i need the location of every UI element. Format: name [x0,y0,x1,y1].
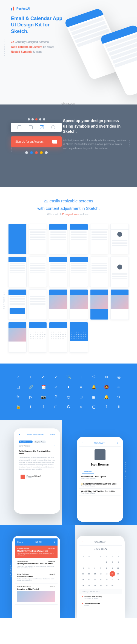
send-icon: ✈ [16,394,21,399]
calendar-day[interactable]: 25 [81,583,86,588]
calendar-day[interactable]: 30 [110,583,115,588]
calendar-day[interactable]: 6 [92,565,98,571]
calendar-day[interactable]: 23 [110,577,115,582]
palette-dot[interactable] [45,151,48,154]
back-icon[interactable]: ‹ [82,541,82,543]
mockups-section: ✕ NEW MESSAGE Send Scott BowmanSophie Pe… [0,420,137,525]
calendar-day[interactable]: 29 [104,583,109,588]
contact-mail-item[interactable]: Enlightenment Is Not Just One StateFrom … [79,481,121,489]
attachment[interactable]: Meaning of Life.pdf5.2 Mb [19,473,55,481]
screen-thumbnails: 1234567891011121314151617181920212223242… [8,224,129,353]
calendar-day[interactable]: 9 [110,565,115,571]
calendar-day[interactable]: 13 [92,571,98,576]
bell-ring-icon: 🔔 [104,394,109,399]
search-icon[interactable]: ⚲ [54,541,55,543]
palette-dot[interactable] [30,151,33,154]
menu-button[interactable]: Menu [17,541,23,543]
signup-button[interactable]: Sign Up for an Account [11,136,62,147]
inbox-item[interactable]: Scott BowmanYesterday★ Enlightenment Is … [15,558,58,571]
share-icon[interactable]: ⇪ [116,442,118,444]
mail-icon: ✉ [104,375,109,379]
heart-icon: ♡ [91,375,96,379]
calendar-event[interactable]: Conference call withAll day [79,601,122,608]
screen-thumb-image [8,322,27,353]
calendar-day[interactable]: 12 [86,571,92,576]
body-textarea[interactable]: There are many paths to enlightenment. B… [19,456,55,470]
inbox-header: Menu INBOX ⚲ [15,538,58,546]
calendar-day[interactable]: 19 [86,577,92,582]
screen-thumb-image [110,289,129,320]
back-icon[interactable]: ‹ [82,442,82,444]
calendar-day[interactable]: 5 [86,565,92,571]
screens-title-2: with content adjustment in Sketch. [8,205,129,211]
calendar-grid[interactable]: SMTWTFS123456789101112131415161718192021… [79,552,122,589]
link-icon: 🔗 [28,384,33,389]
calendar-day[interactable]: 1 [104,560,109,565]
subject-field[interactable]: Enlightenment Is Not Just One State [19,450,55,455]
upload-icon: ⇧ [116,404,121,409]
arrow-down-icon: ↓ [79,375,84,379]
bell-icon: 🔔 [91,384,96,389]
lock-icon: 🔒 [16,404,21,409]
to-field[interactable]: Scott BowmanSophie Peck [19,441,55,443]
calendar-day[interactable]: 8 [104,565,109,571]
twitter-icon: t [28,404,33,409]
screen-thumb-cal-week: 1234567891011121314151617181920212223242… [49,322,67,353]
screen-thumb-cal-month: 1234567891011121314151617181920212223242… [29,322,47,353]
calendar-month: ◂ June 2017 ▸ [79,546,122,552]
calendar-day[interactable]: 18 [81,577,86,582]
calendar-day[interactable]: 24 [116,577,121,582]
google-icon: G [66,404,71,409]
calendar-icon: ▦ [91,394,96,399]
from-field[interactable]: Sofia Wallace + [19,445,55,448]
inbox-item[interactable]: Lillian ParkinsonJune 15Lillian Parkinso… [15,571,58,584]
calendar-event[interactable]: Breakfast with Dorothy7:30 PM - 10:00 PM [79,594,122,601]
calendar-day[interactable]: 4 [81,565,86,571]
add-icon[interactable]: + [118,541,120,543]
send-button[interactable]: Send [50,433,55,436]
calendar-day[interactable]: 15 [104,571,109,576]
screen-thumb-inbox-list [49,257,67,287]
calendar-day[interactable]: 20 [92,577,98,582]
tab-received[interactable]: Received [82,469,94,474]
calendar-day[interactable]: 3 [116,560,121,565]
palette-dot[interactable] [25,151,28,154]
contact-mail-item[interactable]: What If They Let You Run The HubbleFrom … [79,489,121,496]
calendar-day[interactable]: 27 [92,583,98,588]
hero-phone-mockups [71,8,137,96]
symbols-demo: Sign Up for an Account [11,118,62,154]
screen-thumb-cal-dark: 1234567891011121314151617181920212223242… [70,322,88,353]
calendar-day[interactable]: 10 [116,565,121,571]
close-icon[interactable]: ✕ [19,433,21,436]
palette-dot[interactable] [35,151,38,154]
color-dot [35,118,38,120]
calendar-day[interactable]: 2 [110,560,115,565]
screen-thumb-contact [110,257,129,287]
calendar-day[interactable]: 17 [116,571,121,576]
smile-icon: ☺ [53,384,58,389]
inbox-item[interactable]: Include This PhotoJune 13Location in Thi… [15,584,58,605]
contact-mail-item[interactable]: Feedback for Latest UpdateFrom Scott Bow… [79,474,121,481]
screen-thumb-thread [29,257,47,287]
calendar-day[interactable]: 28 [98,583,103,588]
calendar-day[interactable]: 14 [98,571,103,576]
recipient-tag[interactable]: Scott Bowman [19,441,33,443]
reply-icon: ↩ [116,384,121,389]
recipient-tag[interactable]: Sophie Peck [34,441,46,443]
inbox-item[interactable]: Hannah Russell09:23 AMMaui By Air The Be… [15,546,58,558]
calendar-day[interactable]: 22 [104,577,109,582]
icons-section: ‹+✓✓📎↓♡✉◎▢🔗📅☺●≡🔔🔕↩✈▷📷⚲◷⊞▦🔔↪🔒tf◻G○▢⇪⇧ [0,364,137,420]
calendar-day[interactable]: 16 [110,571,115,576]
calendar-day[interactable]: 7 [98,565,103,571]
calendar-day[interactable]: 26 [86,583,92,588]
calendar-day[interactable]: 11 [81,571,86,576]
location-icon: ◎ [116,375,121,379]
contact-header: ‹ CONTACT ⇪ [79,439,121,447]
palette-dot[interactable] [40,151,43,154]
search-icon: ⚲ [53,394,58,399]
logo-icon [11,7,15,10]
calendar-day[interactable]: 21 [98,577,103,582]
signup-label: Sign Up for an Account [15,140,43,143]
color-dot [28,118,30,120]
phone-calendar: ‹ CALENDAR + ◂ June 2017 ▸ SMTWTFS123456… [77,536,125,618]
